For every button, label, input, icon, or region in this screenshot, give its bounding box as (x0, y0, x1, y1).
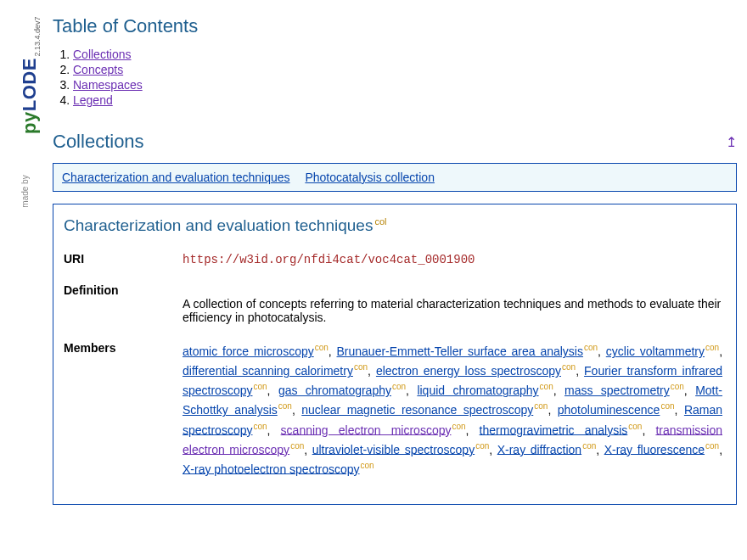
member-link[interactable]: X-ray fluorescence (604, 442, 705, 456)
member-link[interactable]: X-ray diffraction (497, 442, 581, 456)
member-sup-con: con (705, 343, 719, 352)
collections-index-link-photocatalysis[interactable]: Photocatalysis collection (305, 171, 435, 184)
member-link[interactable]: Brunauer-Emmett-Teller surface area anal… (337, 344, 583, 358)
pylode-logo[interactable]: pyLODE (19, 58, 41, 134)
collection-definition-table: URI https://w3id.org/nfdi4cat/voc4cat_00… (64, 247, 726, 490)
member-sup-con: con (562, 362, 576, 372)
collections-index-link-characterization[interactable]: Characterization and evaluation techniqu… (62, 171, 290, 184)
toc-list: Collections Concepts Namespaces Legend (73, 48, 737, 107)
row-definition: Definition A collection of concepts refe… (64, 278, 726, 336)
toc-link-concepts[interactable]: Concepts (73, 63, 123, 76)
pylode-madeby-label: made by (20, 175, 30, 207)
member-link[interactable]: X-ray photoelectron spectroscopy (183, 462, 360, 475)
pylode-version: 2.13.4.dev7 (33, 16, 42, 56)
member-sup-con: con (392, 382, 406, 391)
toc-link-namespaces[interactable]: Namespaces (73, 78, 143, 92)
member-sup-con: con (354, 362, 368, 372)
member-sup-con: con (315, 343, 329, 352)
row-members: Members atomic force microscopycon, Brun… (64, 336, 726, 490)
value-definition-cell: A collection of concepts referring to ma… (183, 278, 726, 336)
label-uri: URI (64, 247, 183, 278)
member-sup-con: con (671, 382, 684, 391)
back-to-top-icon[interactable]: ↥ (726, 134, 737, 150)
collections-heading-row: Collections ↥ (53, 131, 737, 153)
member-sup-con: con (290, 441, 304, 451)
collection-title-text: Characterization and evaluation techniqu… (64, 216, 373, 234)
toc-link-collections[interactable]: Collections (73, 48, 131, 61)
member-sup-con: con (452, 422, 465, 431)
member-link[interactable]: gas chromatography (278, 384, 391, 397)
value-uri: https://w3id.org/nfdi4cat/voc4cat_000190… (183, 253, 475, 266)
member-link[interactable]: thermogravimetric analysis (480, 423, 628, 436)
collection-title: Characterization and evaluation techniqu… (64, 216, 726, 235)
collections-index: Characterization and evaluation techniqu… (53, 163, 737, 192)
label-definition: Definition (64, 278, 183, 336)
member-sup-con: con (361, 461, 374, 470)
main-content: Table of Contents Collections Concepts N… (53, 0, 747, 505)
member-sup-con: con (475, 441, 489, 451)
value-uri-cell: https://w3id.org/nfdi4cat/voc4cat_000190… (183, 247, 726, 278)
toc-item-collections: Collections (73, 48, 737, 61)
collection-detail-box: Characterization and evaluation techniqu… (53, 204, 737, 505)
member-sup-con: con (628, 422, 642, 431)
collection-sup-col: col (374, 216, 386, 227)
member-link[interactable]: liquid chromatography (417, 384, 538, 397)
member-link[interactable]: photoluminescence (558, 403, 660, 417)
member-sup-con: con (278, 401, 292, 411)
toc-item-concepts: Concepts (73, 63, 737, 76)
member-link[interactable]: scanning electron microscopy (281, 423, 452, 436)
member-sup-con: con (534, 401, 548, 411)
member-link[interactable]: mass spectrometry (564, 384, 670, 397)
member-sup-con: con (582, 441, 596, 451)
member-sup-con: con (253, 422, 267, 431)
member-link[interactable]: nuclear magnetic resonance spectroscopy (301, 403, 533, 417)
row-uri: URI https://w3id.org/nfdi4cat/voc4cat_00… (64, 247, 726, 278)
member-sup-con: con (584, 343, 598, 352)
toc-item-namespaces: Namespaces (73, 78, 737, 92)
toc-link-legend[interactable]: Legend (73, 93, 113, 107)
value-members: atomic force microscopycon, Brunauer-Emm… (183, 336, 726, 490)
member-sup-con: con (253, 382, 267, 391)
member-sup-con: con (660, 401, 674, 411)
member-link[interactable]: cyclic voltammetry (606, 344, 705, 358)
pylode-sidebar: 2.13.4.dev7 pyLODE made by (0, 0, 42, 221)
label-members: Members (64, 336, 183, 490)
value-definition: A collection of concepts referring to ma… (183, 283, 722, 324)
member-link[interactable]: electron energy loss spectroscopy (376, 364, 561, 378)
collections-heading: Collections (53, 131, 144, 153)
member-link[interactable]: atomic force microscopy (183, 344, 314, 358)
member-sup-con: con (540, 382, 553, 391)
member-link[interactable]: ultraviolet-visible spectroscopy (312, 442, 475, 456)
toc-heading: Table of Contents (53, 15, 737, 37)
toc-item-legend: Legend (73, 93, 737, 107)
member-sup-con: con (705, 441, 719, 451)
member-link[interactable]: differential scanning calorimetry (183, 364, 353, 378)
